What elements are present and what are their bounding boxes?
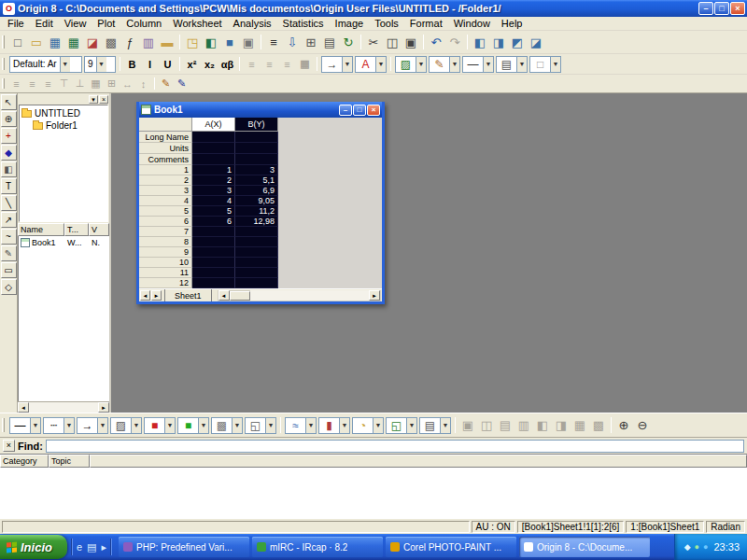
- polygon-tool[interactable]: ◇: [1, 279, 17, 295]
- chevron-down-icon[interactable]: ▼: [440, 418, 450, 433]
- cell-a[interactable]: [192, 237, 235, 247]
- chevron-down-icon[interactable]: ▼: [265, 418, 275, 433]
- cell-a[interactable]: [192, 247, 235, 258]
- chevron-down-icon[interactable]: ▼: [416, 57, 426, 72]
- book1-close-button[interactable]: ×: [367, 105, 380, 116]
- row-header[interactable]: 6: [139, 217, 192, 227]
- fill-color-combo[interactable]: ▨▼: [395, 56, 427, 73]
- chevron-down-icon[interactable]: ▼: [342, 57, 352, 72]
- menu-window[interactable]: Window: [448, 18, 496, 29]
- import-wizard-button[interactable]: ≡: [264, 33, 283, 51]
- new-workbook-button[interactable]: ▦: [46, 33, 64, 51]
- merge-button[interactable]: ▦: [88, 76, 104, 91]
- list-item[interactable]: Book1 W... N.: [19, 236, 109, 248]
- find-close-button[interactable]: ×: [3, 440, 15, 452]
- superscript-button[interactable]: x²: [183, 56, 201, 73]
- save-template-button[interactable]: ▣: [239, 33, 258, 51]
- list-header-name[interactable]: Name: [18, 223, 64, 236]
- row-header[interactable]: Long Name: [139, 132, 192, 143]
- align-bottom-button[interactable]: ⊥: [72, 76, 88, 91]
- toolbar-grip[interactable]: [2, 78, 5, 89]
- cell-b[interactable]: [235, 227, 278, 237]
- distribute-v-button[interactable]: ▩: [589, 416, 608, 435]
- row-header[interactable]: Units: [139, 143, 192, 154]
- chevron-down-icon[interactable]: ▼: [483, 57, 493, 72]
- quick-launch-desktop-icon[interactable]: ▤: [87, 541, 96, 553]
- rectangle-tool[interactable]: ▭: [1, 262, 17, 278]
- line-width-combo[interactable]: —▼: [462, 56, 494, 73]
- toolbar-grip[interactable]: [2, 35, 5, 49]
- list-header-view[interactable]: V: [89, 223, 109, 236]
- chevron-down-icon[interactable]: ▼: [449, 57, 459, 72]
- column-header-b[interactable]: B(Y): [235, 118, 278, 132]
- find-input[interactable]: [46, 440, 744, 453]
- results-log-button[interactable]: ◨: [489, 33, 508, 51]
- line-tool[interactable]: ╲: [1, 195, 17, 211]
- book1-minimize-button[interactable]: –: [339, 105, 352, 116]
- cell-a[interactable]: 1: [192, 165, 235, 175]
- chevron-down-icon[interactable]: ▼: [96, 57, 106, 72]
- chevron-down-icon[interactable]: ▼: [60, 57, 70, 72]
- row-header[interactable]: 2: [139, 175, 192, 186]
- line-plot-combo[interactable]: ≈▼: [285, 417, 317, 434]
- quick-launch-ie-icon[interactable]: e: [77, 541, 82, 553]
- merge-graphs-button[interactable]: ◫: [477, 416, 496, 435]
- border-color-combo[interactable]: ■▼: [144, 417, 176, 434]
- new-project-button[interactable]: □: [8, 33, 27, 51]
- chevron-down-icon[interactable]: ▼: [232, 418, 242, 433]
- taskbar-task-mirc[interactable]: mIRC - IRcap · 8.2: [252, 537, 383, 557]
- cell-b[interactable]: [235, 247, 278, 258]
- cell-a[interactable]: [192, 268, 235, 278]
- cell-b[interactable]: [235, 143, 278, 154]
- swatch-combo[interactable]: □▼: [529, 56, 561, 73]
- chevron-down-icon[interactable]: ▼: [164, 418, 175, 433]
- chevron-down-icon[interactable]: ▼: [97, 418, 107, 433]
- row-header[interactable]: 11: [139, 268, 192, 278]
- scroll-track[interactable]: [29, 402, 98, 413]
- scroll-right-button[interactable]: ►: [98, 402, 109, 413]
- row-header[interactable]: 9: [139, 247, 192, 258]
- tray-volume-icon[interactable]: ◆: [684, 542, 691, 552]
- menu-help[interactable]: Help: [496, 18, 529, 29]
- insert-cells-button[interactable]: ⊞: [104, 76, 120, 91]
- screen-reader-tool[interactable]: +: [1, 128, 17, 144]
- chevron-down-icon[interactable]: ▼: [375, 57, 386, 72]
- paste-button[interactable]: ▣: [402, 33, 420, 51]
- cell-b[interactable]: 9,05: [235, 196, 278, 206]
- align-right-button[interactable]: ≡: [278, 56, 296, 73]
- menu-view[interactable]: View: [59, 18, 92, 29]
- cell-align-center-button[interactable]: ≡: [24, 76, 40, 91]
- horizontal-scrollbar[interactable]: ◄ ►: [218, 290, 381, 301]
- redo-button[interactable]: ↷: [445, 33, 464, 51]
- cell-b[interactable]: 5,1: [235, 175, 278, 186]
- extract-layers-button[interactable]: ▤: [496, 416, 514, 435]
- results-header-topic[interactable]: Topic: [49, 455, 90, 468]
- fill-color-combo[interactable]: ■▼: [177, 417, 209, 434]
- new-function-button[interactable]: ƒ: [120, 33, 139, 51]
- curve-tool[interactable]: ~: [1, 229, 17, 245]
- taskbar-task-origin[interactable]: Origin 8 - C:\Docume...: [519, 537, 650, 557]
- column-header-a[interactable]: A(X): [192, 118, 235, 132]
- font-color-combo[interactable]: A▼: [355, 56, 387, 73]
- tab-scroll-right-button[interactable]: ►: [151, 290, 162, 301]
- chevron-down-icon[interactable]: ▼: [339, 418, 349, 433]
- start-button[interactable]: Inicio: [0, 535, 67, 559]
- cut-button[interactable]: ✂: [364, 33, 383, 51]
- panel-pin-button[interactable]: ▾: [89, 95, 98, 104]
- menu-edit[interactable]: Edit: [30, 18, 59, 29]
- arrow-style-combo[interactable]: →▼: [321, 56, 353, 73]
- cell-a[interactable]: 4: [192, 196, 235, 206]
- cell-a[interactable]: [192, 132, 235, 143]
- cell-b[interactable]: [235, 258, 278, 268]
- list-header-type[interactable]: T...: [64, 223, 89, 236]
- dash-style-combo[interactable]: ┄▼: [43, 417, 75, 434]
- menu-statistics[interactable]: Statistics: [277, 18, 330, 29]
- book1-title-bar[interactable]: Book1 – □ ×: [139, 102, 382, 118]
- rotate-3d-button[interactable]: ◱▼: [245, 417, 276, 434]
- results-header-category[interactable]: Category: [0, 455, 49, 468]
- open-button[interactable]: ◳: [183, 33, 202, 51]
- line-color-combo[interactable]: ✎▼: [429, 56, 460, 73]
- mask-tool[interactable]: ◧: [1, 161, 17, 177]
- menu-image[interactable]: Image: [330, 18, 370, 29]
- greek-button[interactable]: αβ: [218, 56, 236, 73]
